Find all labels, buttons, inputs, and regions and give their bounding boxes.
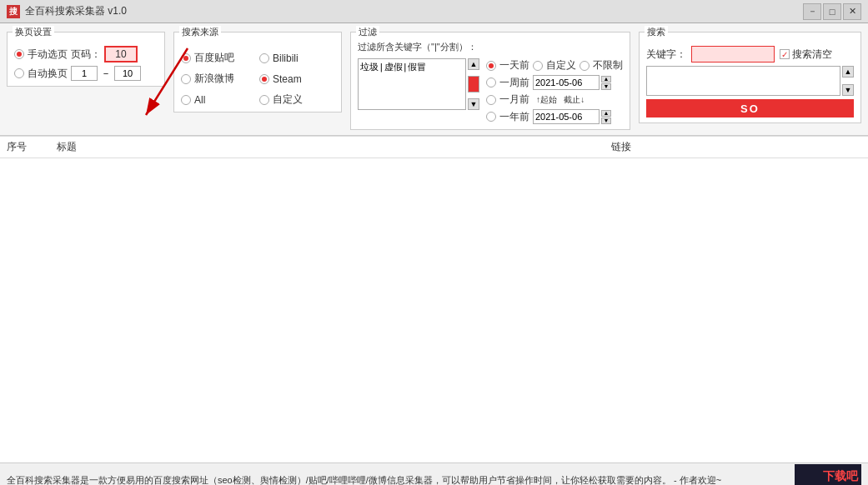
huanye-title: 换页设置 xyxy=(13,26,54,38)
baidutieba-radio[interactable] xyxy=(181,53,191,63)
oneday-radio[interactable] xyxy=(486,61,496,71)
auto-radio[interactable] xyxy=(14,68,24,78)
source-bilibili: Bilibili xyxy=(259,51,334,65)
col-link-header: 链接 xyxy=(611,140,861,154)
auto-from-input[interactable] xyxy=(71,66,98,81)
custom-time-radio[interactable] xyxy=(533,61,543,71)
filter-scroll-group: ▲ ▼ xyxy=(468,58,479,110)
so-button[interactable]: SO xyxy=(646,99,854,118)
auto-dash: － xyxy=(101,67,111,81)
onemonth-label: 一月前 xyxy=(499,92,529,107)
oneweek-radio[interactable] xyxy=(486,78,496,88)
all-radio[interactable] xyxy=(181,95,191,105)
source-section: 搜索来源 百度贴吧 Bilibili 新浪微博 Steam All xyxy=(173,32,342,112)
col-num-header: 序号 xyxy=(7,140,57,154)
oneweek-date-group: ▲ ▼ xyxy=(533,75,611,90)
oneyear-radio[interactable] xyxy=(486,112,496,122)
table-body xyxy=(0,158,868,462)
page-label: 页码： xyxy=(71,48,101,62)
col-title-header: 标题 xyxy=(57,140,611,154)
page-input[interactable] xyxy=(104,46,138,62)
search-scroll-down[interactable]: ▼ xyxy=(842,84,854,96)
oneweek-date-spin: ▲ ▼ xyxy=(601,76,611,90)
filter-inner: 垃圾|虚假|假冒 ▲ ▼ 一天前 自定义 不限制 xyxy=(358,58,623,124)
keyword-input[interactable] xyxy=(691,46,775,62)
filter-keywords-textarea[interactable]: 垃圾|虚假|假冒 xyxy=(358,58,466,110)
maximize-button[interactable]: □ xyxy=(823,3,841,20)
unlimited-label: 不限制 xyxy=(593,58,623,72)
auto-to-input[interactable] xyxy=(114,66,141,81)
oneyear-date-spin: ▲ ▼ xyxy=(601,110,611,124)
oneday-label: 一天前 xyxy=(499,58,529,72)
huanye-section: 换页设置 手动选页 页码： 自动换页 － xyxy=(7,32,165,87)
search-inner: 关键字： ✓ 搜索清空 ▲ ▼ SO xyxy=(646,46,854,118)
filter-title: 过滤 xyxy=(356,26,379,38)
filter-right: 一天前 自定义 不限制 一周前 ▲ ▼ xyxy=(486,58,623,124)
manual-page-row: 手动选页 页码： xyxy=(14,46,158,62)
auto-page-row: 自动换页 － xyxy=(14,66,158,81)
steam-label: Steam xyxy=(273,73,302,85)
filter-oneweek-row: 一周前 ▲ ▼ xyxy=(486,75,623,90)
oneyear-label: 一年前 xyxy=(499,110,529,124)
clear-label[interactable]: 搜索清空 xyxy=(792,48,832,62)
filter-scroll-down[interactable]: ▼ xyxy=(468,98,479,110)
manual-radio[interactable] xyxy=(14,49,24,59)
filter-color-block[interactable] xyxy=(468,76,479,92)
bilibili-radio[interactable] xyxy=(259,53,269,63)
source-steam: Steam xyxy=(259,72,334,86)
oneyear-date-group: ▲ ▼ xyxy=(533,109,611,124)
filter-oneyear-row: 一年前 ▲ ▼ xyxy=(486,109,623,124)
source-baidutieba: 百度贴吧 xyxy=(181,51,256,65)
title-bar: 搜 全百科搜索采集器 v1.0 － □ ✕ xyxy=(0,0,868,23)
filter-textarea-group: 垃圾|虚假|假冒 ▲ ▼ xyxy=(358,58,479,124)
search-scroll-up[interactable]: ▲ xyxy=(842,66,854,78)
minimize-button[interactable]: － xyxy=(803,3,821,20)
filter-textarea-row: 垃圾|虚假|假冒 ▲ ▼ xyxy=(358,58,479,110)
filter-scroll-up[interactable]: ▲ xyxy=(468,58,479,70)
filter-onemonth-row: 一月前 ↑起始 截止↓ xyxy=(486,92,623,107)
app-icon: 搜 xyxy=(7,5,20,18)
bottom-text: 全百科搜索采集器是一款方便易用的百度搜索网址（seo检测、舆情检测）/贴吧/哔哩… xyxy=(7,474,788,485)
steam-radio[interactable] xyxy=(259,74,269,84)
unlimited-radio[interactable] xyxy=(580,61,590,71)
source-all: All xyxy=(181,92,256,107)
table-header: 序号 标题 链接 xyxy=(0,137,868,158)
filter-keyword-title: 过滤所含关键字（"|"分割）： xyxy=(358,41,623,53)
close-button[interactable]: ✕ xyxy=(843,3,861,20)
source-custom: 自定义 xyxy=(259,92,334,107)
filter-section: 过滤 过滤所含关键字（"|"分割）： 垃圾|虚假|假冒 ▲ ▼ 一天前 xyxy=(350,32,630,130)
manual-label[interactable]: 手动选页 xyxy=(28,48,68,62)
window-controls: － □ ✕ xyxy=(803,3,861,20)
clear-checkbox[interactable]: ✓ xyxy=(780,49,790,59)
oneyear-date-down[interactable]: ▼ xyxy=(601,118,611,124)
oneyear-date-input[interactable] xyxy=(533,109,600,124)
search-section: 搜索 关键字： ✓ 搜索清空 ▲ ▼ SO xyxy=(639,32,861,123)
custom-radio[interactable] xyxy=(259,95,269,105)
clear-checkbox-wrap: ✓ 搜索清空 xyxy=(780,48,832,62)
auto-label[interactable]: 自动换页 xyxy=(28,67,68,81)
search-scroll-group: ▲ ▼ xyxy=(842,66,854,96)
weibo-label: 新浪微博 xyxy=(194,72,234,86)
all-label: All xyxy=(194,94,205,106)
source-title: 搜索来源 xyxy=(179,26,221,38)
bottom-bar: 全百科搜索采集器是一款方便易用的百度搜索网址（seo检测、舆情检测）/贴吧/哔哩… xyxy=(0,462,868,485)
oneyear-date-up[interactable]: ▲ xyxy=(601,110,611,117)
oneweek-label: 一周前 xyxy=(499,76,529,90)
search-textarea-group: ▲ ▼ xyxy=(646,66,854,96)
bilibili-label: Bilibili xyxy=(273,52,299,64)
oneweek-date-up[interactable]: ▲ xyxy=(601,76,611,82)
onemonth-radio[interactable] xyxy=(486,95,496,105)
search-textarea[interactable] xyxy=(646,66,840,96)
source-grid: 百度贴吧 Bilibili 新浪微博 Steam All 自定义 xyxy=(181,46,334,107)
keyword-row: 关键字： ✓ 搜索清空 xyxy=(646,46,854,62)
logo-text1: 下载吧 xyxy=(823,469,858,484)
baidutieba-label: 百度贴吧 xyxy=(194,51,234,65)
custom-label: 自定义 xyxy=(273,92,303,107)
weibo-radio[interactable] xyxy=(181,74,191,84)
oneweek-date-input[interactable] xyxy=(533,75,600,90)
oneweek-date-down[interactable]: ▼ xyxy=(601,83,611,90)
bottom-logo: 下载吧 www.xiazaiba.com xyxy=(795,464,861,486)
toolbar: 换页设置 手动选页 页码： 自动换页 － 搜索来源 百度贴吧 Bilibili xyxy=(0,23,868,136)
source-weibo: 新浪微博 xyxy=(181,72,256,86)
title-bar-left: 搜 全百科搜索采集器 v1.0 xyxy=(7,4,127,18)
